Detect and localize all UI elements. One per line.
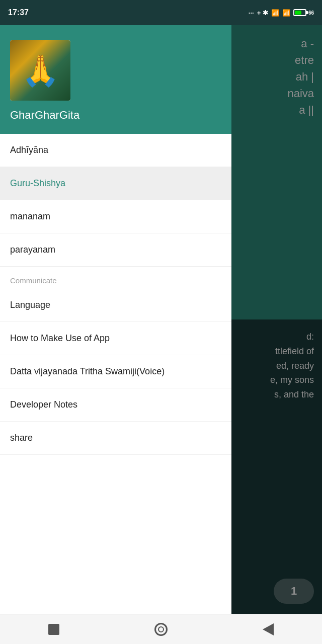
navigation-drawer: GharGharGita Adhīyāna Guru-Shishya manan… — [0, 25, 231, 614]
content-area: a -etreah |naivaa || d:ttlefield ofed, r… — [231, 25, 322, 614]
avatar-image — [10, 40, 70, 101]
app-logo-avatar — [10, 40, 70, 101]
dots-icon: ··· — [249, 9, 254, 17]
menu-item-how-to-use[interactable]: How to Make Use of App — [0, 322, 231, 355]
drawer-header: GharGharGita — [0, 25, 231, 134]
status-icons: ··· + ✱ 📶 📶 66 — [249, 9, 314, 17]
square-icon — [48, 624, 59, 635]
content-overlay — [231, 25, 322, 614]
app-name: GharGharGita — [10, 109, 221, 122]
nav-bar — [0, 614, 322, 644]
menu-item-datta-voice[interactable]: Datta vijayanada Tritha Swamiji(Voice) — [0, 355, 231, 388]
time-display: 17:37 — [8, 8, 29, 17]
menu-item-developer-notes[interactable]: Developer Notes — [0, 388, 231, 422]
main-container: GharGharGita Adhīyāna Guru-Shishya manan… — [0, 25, 322, 614]
menu-item-share[interactable]: share — [0, 422, 231, 455]
nav-back-button[interactable] — [45, 620, 63, 638]
wifi-icon: 📶 — [282, 9, 290, 17]
status-bar: 17:37 ··· + ✱ 📶 📶 66 — [0, 0, 322, 25]
menu-item-guru-shishya[interactable]: Guru-Shishya — [0, 167, 231, 200]
menu-item-parayanam[interactable]: parayanam — [0, 233, 231, 267]
nav-home-button[interactable] — [152, 620, 170, 638]
circle-icon — [154, 623, 168, 636]
communicate-section-label: Communicate — [0, 267, 231, 289]
battery-percent: 66 — [308, 10, 314, 16]
communicate-section: Communicate Language How to Make Use of … — [0, 267, 231, 455]
nav-recent-button[interactable] — [259, 620, 277, 638]
battery-icon: 66 — [293, 9, 314, 16]
bluetooth-icon: + ✱ — [257, 9, 268, 17]
signal-icon: 📶 — [271, 9, 279, 17]
triangle-icon — [263, 623, 274, 635]
menu-item-language[interactable]: Language — [0, 289, 231, 322]
menu-item-mananam[interactable]: mananam — [0, 200, 231, 233]
menu-item-adhiyana[interactable]: Adhīyāna — [0, 134, 231, 167]
main-menu-section: Adhīyāna Guru-Shishya mananam parayanam — [0, 134, 231, 267]
